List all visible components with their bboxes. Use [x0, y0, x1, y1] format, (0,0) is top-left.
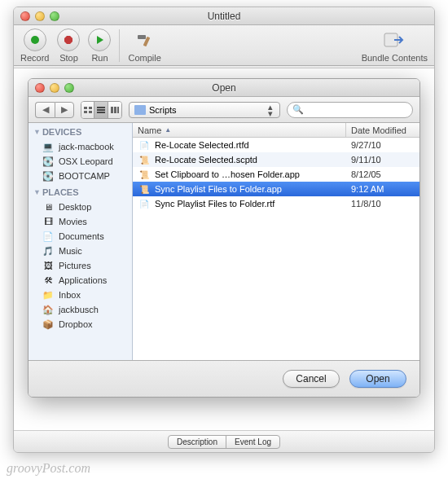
- file-date: 11/8/10: [346, 199, 419, 209]
- sidebar: ▼DEVICES 💻jack-macbook💽OSX Leopard💽BOOTC…: [29, 123, 133, 360]
- sidebar-item[interactable]: 🎞Movies: [29, 214, 132, 229]
- file-name: Re-Locate Selected.scptd: [155, 155, 257, 165]
- column-date[interactable]: Date Modified: [346, 123, 419, 137]
- file-name: Sync Playlist Files to Folder.rtf: [155, 199, 275, 209]
- file-name: Re-Locate Selected.rtfd: [155, 140, 249, 150]
- sidebar-item[interactable]: 💽OSX Leopard: [29, 154, 132, 169]
- sidebar-header-places[interactable]: ▼PLACES: [29, 183, 132, 200]
- sidebar-item[interactable]: 🛠Applications: [29, 273, 132, 288]
- file-icon: 📄: [138, 198, 151, 209]
- svg-marker-2: [97, 36, 103, 44]
- file-date: 8/12/05: [346, 169, 419, 179]
- file-row[interactable]: 📜Set Clipboard to …hosen Folder.app8/12/…: [133, 167, 419, 182]
- run-label: Run: [91, 53, 108, 63]
- column-name[interactable]: Name▲: [133, 123, 346, 137]
- sidebar-item[interactable]: 🏠jackbusch: [29, 302, 132, 317]
- stop-button[interactable]: Stop: [57, 29, 80, 63]
- sidebar-item[interactable]: 📁Inbox: [29, 288, 132, 302]
- column-view-button[interactable]: [108, 102, 121, 118]
- search-field[interactable]: 🔍: [287, 102, 413, 118]
- stop-label: Stop: [59, 53, 78, 63]
- cancel-button[interactable]: Cancel: [283, 370, 340, 388]
- svg-rect-11: [97, 109, 105, 111]
- file-row[interactable]: 📜Sync Playlist Files to Folder.app9:12 A…: [133, 182, 419, 196]
- sidebar-item[interactable]: 📦Dropbox: [29, 317, 132, 332]
- svg-rect-6: [84, 107, 87, 109]
- file-name: Set Clipboard to …hosen Folder.app: [155, 169, 300, 179]
- place-icon: 🎵: [42, 245, 55, 257]
- file-icon: 📜: [138, 169, 151, 180]
- dialog-buttons: Cancel Open: [29, 361, 419, 397]
- sidebar-item-label: jackbusch: [59, 305, 99, 314]
- sidebar-item[interactable]: 🖼Pictures: [29, 258, 132, 273]
- window-title: Untitled: [14, 11, 434, 22]
- sidebar-item[interactable]: 🎵Music: [29, 244, 132, 258]
- place-icon: 📄: [42, 231, 55, 242]
- main-toolbar: Record Stop Run Compile Bundle Contents: [14, 25, 434, 66]
- list-view-button[interactable]: [94, 102, 108, 118]
- sidebar-item-label: Inbox: [59, 290, 81, 300]
- file-icon: 📜: [138, 154, 151, 165]
- svg-marker-1: [64, 36, 72, 44]
- record-label: Record: [20, 53, 49, 63]
- svg-rect-10: [97, 107, 105, 108]
- svg-rect-9: [89, 111, 92, 113]
- svg-point-0: [31, 36, 39, 44]
- file-list-header: Name▲ Date Modified: [133, 123, 419, 138]
- open-title: Open: [29, 82, 419, 94]
- file-row[interactable]: 📜Re-Locate Selected.scptd9/11/10: [133, 152, 419, 167]
- place-icon: 🛠: [42, 275, 55, 286]
- sidebar-header-devices[interactable]: ▼DEVICES: [29, 123, 132, 139]
- place-icon: 🖥: [42, 201, 55, 213]
- bundle-label: Bundle Contents: [362, 53, 428, 63]
- sidebar-item[interactable]: 📄Documents: [29, 229, 132, 244]
- file-date: 9/11/10: [346, 155, 419, 165]
- tab-description[interactable]: Description: [169, 436, 226, 448]
- file-icon: 📜: [138, 183, 151, 195]
- bundle-contents-button[interactable]: Bundle Contents: [362, 29, 428, 63]
- sidebar-item[interactable]: 🖥Desktop: [29, 200, 132, 214]
- place-icon: 🖼: [42, 260, 55, 271]
- path-label: Scripts: [149, 105, 177, 115]
- search-input[interactable]: [307, 105, 407, 115]
- file-icon: 📄: [138, 139, 151, 151]
- compile-label: Compile: [128, 53, 160, 63]
- file-row[interactable]: 📄Re-Locate Selected.rtfd9/27/10: [133, 138, 419, 152]
- nav-buttons: ◀ ▶: [35, 102, 74, 118]
- file-date: 9/27/10: [346, 140, 419, 150]
- device-icon: 💽: [42, 156, 55, 167]
- back-button[interactable]: ◀: [35, 102, 55, 118]
- view-mode-segment: [81, 101, 122, 119]
- svg-rect-15: [117, 107, 119, 113]
- compile-button[interactable]: Compile: [128, 29, 160, 63]
- forward-button[interactable]: ▶: [55, 102, 74, 118]
- sidebar-item[interactable]: 💻jack-macbook: [29, 139, 132, 154]
- open-titlebar: Open: [29, 79, 419, 97]
- svg-rect-14: [114, 107, 116, 113]
- open-button[interactable]: Open: [349, 370, 406, 388]
- file-list: Name▲ Date Modified 📄Re-Locate Selected.…: [133, 123, 419, 360]
- sort-asc-icon: ▲: [165, 126, 171, 134]
- sidebar-item-label: Desktop: [59, 202, 91, 212]
- device-icon: 💽: [42, 170, 55, 182]
- sidebar-item-label: Applications: [59, 275, 107, 285]
- sidebar-item-label: Movies: [59, 217, 87, 226]
- sidebar-item-label: Music: [59, 246, 82, 256]
- file-row[interactable]: 📄Sync Playlist Files to Folder.rtf11/8/1…: [133, 196, 419, 211]
- sidebar-item-label: jack-macbook: [59, 142, 114, 152]
- sidebar-item[interactable]: 💽BOOTCAMP: [29, 169, 132, 183]
- sidebar-item-label: Documents: [59, 231, 104, 241]
- svg-rect-8: [84, 111, 87, 113]
- place-icon: 🏠: [42, 304, 55, 315]
- tab-event-log[interactable]: Event Log: [226, 436, 279, 448]
- sidebar-item-label: BOOTCAMP: [59, 171, 110, 181]
- run-button[interactable]: Run: [88, 29, 111, 63]
- icon-view-button[interactable]: [81, 102, 94, 118]
- record-button[interactable]: Record: [20, 29, 49, 63]
- svg-rect-3: [138, 35, 146, 39]
- place-icon: 📁: [42, 289, 55, 301]
- bottom-tab-bar: Description Event Log: [14, 431, 434, 452]
- sidebar-item-label: Dropbox: [59, 319, 93, 329]
- open-dialog: Open ◀ ▶ Scripts ▴▾ 🔍 ▼DEVICES 💻jack-mac…: [28, 78, 420, 398]
- path-popup[interactable]: Scripts ▴▾: [129, 102, 280, 118]
